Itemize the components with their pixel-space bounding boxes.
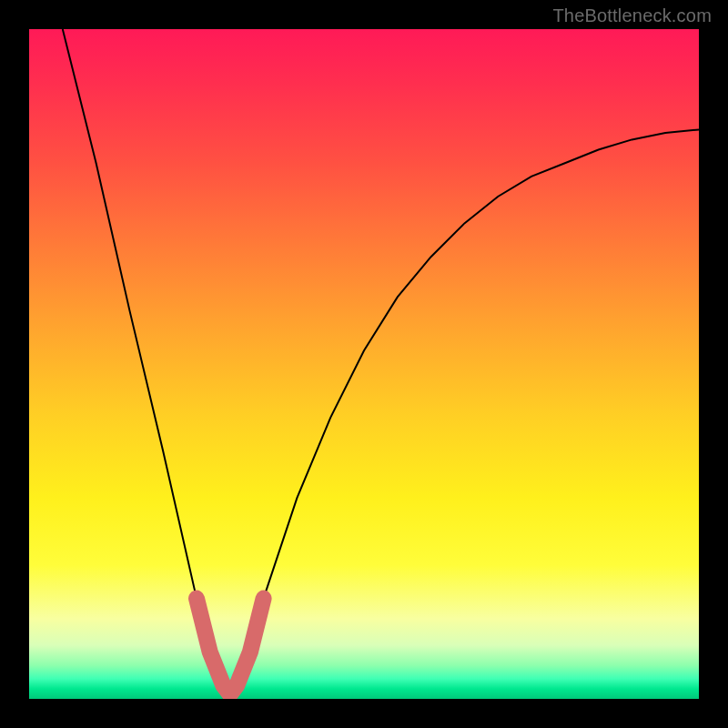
watermark-text: TheBottleneck.com [552, 5, 712, 26]
background-gradient [29, 29, 699, 699]
chart-frame: TheBottleneck.com [0, 0, 728, 728]
plot-area [29, 29, 699, 699]
